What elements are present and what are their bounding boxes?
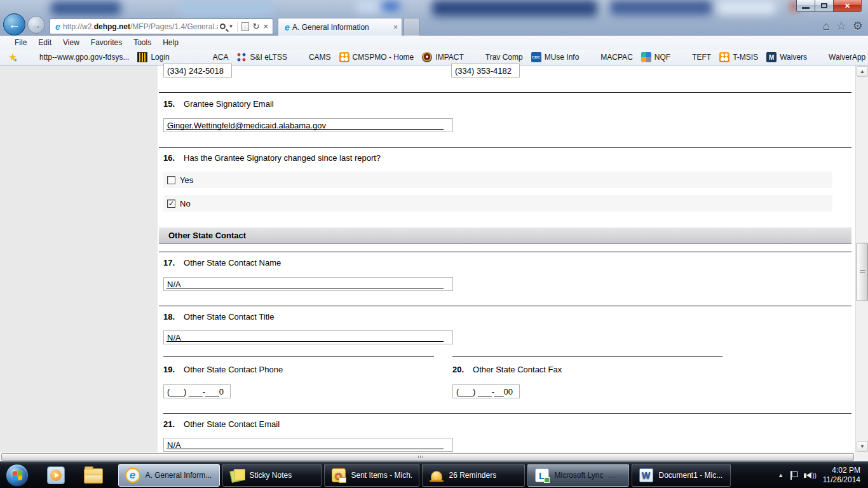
favorite-label: CMSPMO - Home (353, 53, 414, 62)
horizontal-scrollbar[interactable] (0, 452, 855, 461)
desktop-blur-blob (718, 1, 775, 14)
other-contact-title-field[interactable]: N/A (163, 330, 453, 344)
desktop-blur-blob (432, 0, 597, 17)
forward-button[interactable]: → (27, 16, 45, 34)
vertical-scrollbar-thumb[interactable] (857, 243, 868, 301)
word-icon: W (639, 468, 653, 482)
grantee-fax-field[interactable]: (334) 353-4182 (451, 64, 520, 78)
desktop-blur-blob (381, 1, 400, 11)
file-explorer-icon[interactable] (84, 468, 103, 484)
search-icon[interactable] (220, 24, 226, 29)
menu-file[interactable]: File (9, 37, 32, 48)
favorites-bar-item[interactable]: eTrav Comp (472, 52, 523, 62)
gear-icon[interactable]: ⚙ (853, 19, 863, 33)
new-tab-button[interactable] (403, 18, 420, 36)
divider (163, 413, 851, 414)
si-eltss-icon (236, 52, 247, 62)
favorite-label: T-MSIS (733, 53, 758, 62)
address-bar[interactable]: e http://w2.dehpg.net/MFP/Pages/1.4/Gene… (50, 18, 273, 34)
menu-favorites[interactable]: Favorites (85, 37, 128, 48)
favorites-bar-item[interactable]: ehttp--www.gpo.gov-fdsys... (26, 52, 129, 62)
favorites-bar-item[interactable]: MWaivers (766, 52, 807, 62)
yes-checkbox[interactable] (167, 176, 175, 184)
favorites-bar-item[interactable]: eWaiverApp (815, 52, 865, 62)
tab-title: A. General Information (292, 23, 391, 32)
tab-close-icon[interactable]: × (391, 23, 398, 32)
clock-date: 11/26/2014 (823, 475, 860, 485)
maximize-button[interactable] (815, 0, 833, 12)
favorites-bar-item[interactable]: NQF (641, 52, 670, 62)
yes-option-row[interactable]: Yes (163, 172, 832, 188)
taskbar-button-lync[interactable]: L Microsoft Lync ... (527, 464, 629, 487)
menu-edit[interactable]: Edit (32, 37, 57, 48)
home-icon[interactable]: ⌂ (823, 20, 830, 33)
show-hidden-icons-arrow[interactable]: ▲ (778, 472, 783, 478)
minimize-icon (802, 7, 810, 9)
address-dropdown-icon[interactable]: ▼ (229, 24, 234, 29)
tab-favicon: e (282, 22, 292, 32)
stop-icon[interactable]: × (263, 22, 268, 31)
no-checkbox-checked[interactable]: ✓ (167, 200, 175, 208)
favorite-label: MUse Info (545, 53, 580, 62)
media-player-icon[interactable] (47, 466, 65, 484)
taskbar-button-reminders[interactable]: 26 Reminders (422, 464, 525, 487)
volume-icon[interactable]: )) (804, 472, 817, 479)
grantee-signatory-email-field[interactable]: Ginger.Wettingfeld@medicaid.alabama.gov (163, 118, 453, 132)
favorites-bar-item[interactable]: CDCMUse Info (531, 52, 580, 62)
menu-view[interactable]: View (57, 37, 85, 48)
browser-tab[interactable]: e A. General Information × (278, 18, 402, 36)
favorites-bar-item[interactable]: Login (137, 52, 169, 62)
action-center-flag-icon[interactable] (790, 471, 797, 480)
scroll-up-arrow[interactable]: ▲ (857, 66, 868, 77)
favorite-label: Trav Comp (485, 53, 523, 62)
login-icon (137, 52, 147, 62)
refresh-icon[interactable]: ↻ (253, 22, 260, 31)
menu-tools[interactable]: Tools (128, 37, 157, 48)
grantee-phone-field[interactable]: (334) 242-5018 (163, 64, 232, 78)
horizontal-scrollbar-thumb[interactable] (1, 453, 854, 461)
add-favorite-icon[interactable]: ★ (8, 52, 18, 62)
desktop-blur-blob (51, 1, 121, 15)
taskbar-button-outlook[interactable]: O Sent Items - Mich... (324, 464, 419, 487)
close-button[interactable]: ✕ (833, 0, 862, 12)
back-button[interactable]: ← (3, 13, 25, 36)
taskbar-clock[interactable]: 4:02 PM 11/26/2014 (823, 466, 863, 485)
taskbar: e A. General Inform... Sticky Notes O Se… (0, 461, 868, 488)
ie-icon: e (125, 468, 140, 483)
eagle-icon (422, 52, 432, 62)
other-contact-phone-field[interactable]: (___) ___-___0 (163, 384, 231, 398)
lync-icon: L (535, 468, 549, 482)
favorites-bar-item[interactable]: eCAMS (295, 52, 331, 62)
other-contact-fax-field[interactable]: (___) ___-__00 (452, 384, 520, 398)
other-contact-name-field[interactable]: N/A (163, 277, 453, 291)
favorites-star-icon[interactable]: ☆ (836, 19, 846, 33)
question-16-label: 16.Has the Grantee Signatory changed sin… (163, 153, 381, 163)
question-18-label: 18.Other State Contact Title (163, 312, 274, 322)
system-tray: ▲ )) 4:02 PM 11/26/2014 (778, 462, 868, 488)
windows-flag-icon (13, 470, 22, 480)
vertical-scrollbar[interactable]: ▲ ▼ (855, 65, 868, 452)
favorites-bar-item[interactable]: T-MSIS (719, 52, 758, 62)
favorites-bar-item[interactable]: IMPACT (422, 52, 463, 62)
scroll-down-arrow[interactable]: ▼ (857, 441, 868, 452)
menu-help[interactable]: Help (157, 37, 184, 48)
favorites-bar-item[interactable]: eACA (200, 52, 229, 62)
divider (159, 252, 851, 252)
forward-arrow-icon: → (32, 20, 41, 30)
favorites-bar-item[interactable]: eTEFT (679, 52, 711, 62)
compatibility-view-icon[interactable] (241, 22, 249, 31)
taskbar-button-ie[interactable]: e A. General Inform... (118, 464, 220, 487)
taskbar-button-sticky-notes[interactable]: Sticky Notes (222, 464, 322, 487)
favorites-bar-item[interactable]: CMSPMO - Home (339, 52, 414, 62)
minimize-button[interactable] (796, 0, 815, 12)
no-option-row[interactable]: ✓ No (163, 195, 832, 212)
start-button[interactable] (6, 464, 29, 487)
other-contact-email-field[interactable]: N/A (163, 438, 453, 452)
favorite-label: http--www.gpo.gov-fdsys... (39, 53, 129, 62)
taskbar-button-word[interactable]: W Document1 - Mic... (632, 464, 731, 487)
desktop-blur-blob (178, 0, 273, 15)
favorites-bar-item[interactable]: eMACPAC (587, 52, 632, 62)
favorites-bar-item[interactable]: e (178, 52, 191, 62)
favorites-bar-item[interactable]: S&I eLTSS (236, 52, 287, 62)
url-text[interactable]: http://w2.dehpg.net/MFP/Pages/1.4/Genera… (63, 22, 218, 31)
